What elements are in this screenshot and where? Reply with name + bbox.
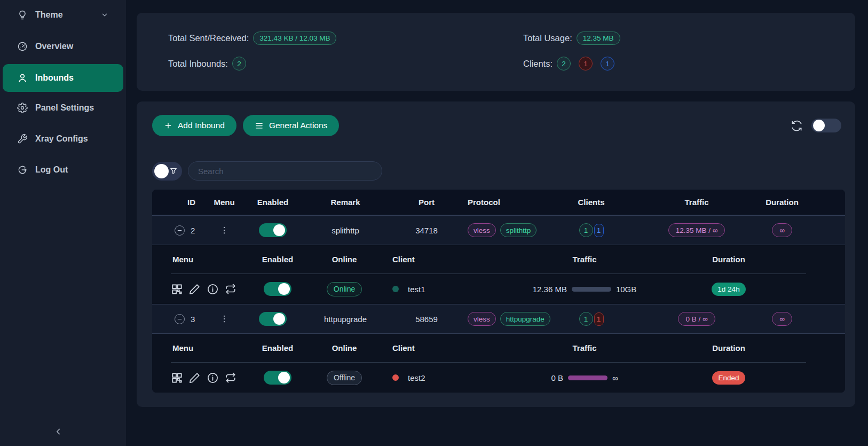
client-status-dot bbox=[392, 286, 399, 292]
qr-code-icon[interactable] bbox=[171, 372, 183, 384]
refresh-icon[interactable] bbox=[791, 120, 803, 132]
client-count-green: 1 bbox=[579, 312, 593, 326]
kebab-menu-icon[interactable] bbox=[219, 225, 229, 235]
inbounds-table: ID Menu Enabled Remark Port Protocol Cli… bbox=[152, 190, 845, 393]
sidebar-collapse-button[interactable] bbox=[53, 427, 63, 436]
column-header-id: ID bbox=[152, 198, 208, 207]
stat-label: Clients: bbox=[523, 59, 553, 69]
traffic-badge: 0 B / ∞ bbox=[678, 312, 715, 326]
hamburger-icon bbox=[255, 121, 264, 130]
reset-icon[interactable] bbox=[225, 372, 236, 384]
client-row: Online test1 12.36 MB 10GB 1d 24h bbox=[152, 274, 845, 304]
client-name: test2 bbox=[408, 373, 425, 382]
client-column-traffic: Traffic bbox=[475, 255, 694, 264]
inbound-remark: splithttp bbox=[305, 226, 385, 235]
client-column-client: Client bbox=[374, 343, 475, 353]
client-enabled-toggle[interactable] bbox=[264, 371, 291, 385]
traffic-total: ∞ bbox=[612, 373, 618, 382]
sidebar-item-label: Panel Settings bbox=[35, 103, 94, 113]
gauge-icon bbox=[17, 41, 28, 52]
transport-badge: splithttp bbox=[500, 223, 537, 237]
inbound-row[interactable]: 2 splithttp 34718 vless splithttp 1 1 12… bbox=[152, 215, 845, 245]
bulb-icon bbox=[17, 10, 28, 20]
edit-icon[interactable] bbox=[189, 372, 201, 384]
duration-badge: ∞ bbox=[772, 312, 792, 326]
sidebar-item-label: Overview bbox=[35, 42, 73, 51]
enabled-toggle[interactable] bbox=[259, 312, 287, 326]
client-column-enabled: Enabled bbox=[240, 255, 315, 264]
chevron-down-icon bbox=[101, 11, 108, 19]
stat-value-badge: 321.43 KB / 12.03 MB bbox=[253, 32, 336, 45]
inbound-port: 34718 bbox=[385, 226, 468, 235]
auto-refresh-toggle[interactable] bbox=[811, 119, 841, 132]
user-icon bbox=[17, 73, 28, 83]
duration-badge: ∞ bbox=[772, 223, 792, 237]
protocol-badge: vless bbox=[468, 223, 496, 237]
clients-count-red: 1 bbox=[579, 57, 593, 71]
column-header-clients: Clients bbox=[539, 198, 643, 207]
sidebar: Theme Overview Inbounds Panel Settings X… bbox=[0, 0, 126, 446]
info-icon[interactable] bbox=[207, 372, 219, 384]
client-duration-badge: 1d 24h bbox=[712, 283, 745, 296]
inbounds-card: Add Inbound General Actions ID Men bbox=[137, 101, 855, 407]
client-column-duration: Duration bbox=[694, 255, 763, 264]
kebab-menu-icon[interactable] bbox=[219, 314, 229, 324]
column-header-port: Port bbox=[385, 198, 468, 207]
stat-total-inbounds: Total Inbounds: 2 bbox=[168, 56, 523, 71]
column-header-duration: Duration bbox=[750, 198, 814, 207]
inbound-row[interactable]: 3 httpupgrade 58659 vless httpupgrade 1 … bbox=[152, 304, 845, 333]
stat-clients: Clients: 2 1 1 bbox=[523, 56, 855, 71]
stats-card: Total Sent/Received: 321.43 KB / 12.03 M… bbox=[137, 13, 855, 91]
client-count-red: 1 bbox=[594, 312, 604, 326]
edit-icon[interactable] bbox=[189, 283, 201, 295]
client-name: test1 bbox=[408, 285, 425, 294]
client-details-section: Menu Enabled Online Client Traffic Durat… bbox=[152, 333, 845, 393]
sidebar-item-log-out[interactable]: Log Out bbox=[3, 159, 123, 181]
funnel-icon bbox=[169, 167, 178, 175]
logout-icon bbox=[17, 165, 28, 175]
client-column-client: Client bbox=[374, 255, 475, 264]
collapse-row-icon[interactable] bbox=[175, 314, 185, 324]
client-column-online: Online bbox=[315, 255, 374, 264]
client-status-dot bbox=[392, 374, 399, 381]
sidebar-item-label: Xray Configs bbox=[35, 134, 88, 144]
toggle-knob bbox=[278, 372, 290, 384]
inbound-remark: httpupgrade bbox=[305, 315, 385, 324]
client-enabled-toggle[interactable] bbox=[264, 282, 291, 296]
sidebar-item-xray-configs[interactable]: Xray Configs bbox=[3, 128, 123, 150]
add-inbound-button[interactable]: Add Inbound bbox=[152, 115, 236, 136]
client-column-enabled: Enabled bbox=[240, 343, 315, 353]
traffic-progress-bar bbox=[572, 287, 611, 292]
sidebar-item-label: Log Out bbox=[35, 165, 68, 175]
column-header-menu: Menu bbox=[208, 198, 240, 207]
add-inbound-label: Add Inbound bbox=[178, 121, 225, 130]
stat-total-sent-received: Total Sent/Received: 321.43 KB / 12.03 M… bbox=[168, 30, 523, 45]
inbound-port: 58659 bbox=[385, 315, 468, 324]
sidebar-item-overview[interactable]: Overview bbox=[3, 36, 123, 57]
client-column-menu: Menu bbox=[152, 255, 240, 264]
enabled-toggle[interactable] bbox=[259, 223, 287, 237]
stat-label: Total Usage: bbox=[523, 33, 572, 43]
sidebar-item-theme[interactable]: Theme bbox=[3, 4, 123, 26]
search-input[interactable] bbox=[188, 161, 382, 181]
general-actions-button[interactable]: General Actions bbox=[243, 115, 339, 136]
table-header-row: ID Menu Enabled Remark Port Protocol Cli… bbox=[152, 190, 845, 215]
qr-code-icon[interactable] bbox=[171, 283, 183, 295]
gear-icon bbox=[17, 103, 28, 113]
search-row bbox=[152, 161, 382, 181]
filter-toggle[interactable] bbox=[152, 162, 182, 181]
client-header-row: Menu Enabled Online Client Traffic Durat… bbox=[152, 245, 845, 273]
general-actions-label: General Actions bbox=[269, 121, 327, 130]
info-icon[interactable] bbox=[207, 283, 219, 295]
reset-icon[interactable] bbox=[225, 283, 236, 295]
client-duration-badge: Ended bbox=[712, 371, 745, 385]
sidebar-item-panel-settings[interactable]: Panel Settings bbox=[3, 97, 123, 119]
sidebar-item-label: Theme bbox=[35, 10, 63, 20]
column-header-remark: Remark bbox=[305, 198, 385, 207]
sidebar-item-inbounds[interactable]: Inbounds bbox=[3, 64, 123, 92]
toggle-knob bbox=[813, 120, 825, 131]
column-header-traffic: Traffic bbox=[643, 198, 750, 207]
collapse-row-icon[interactable] bbox=[175, 225, 185, 236]
column-header-enabled: Enabled bbox=[240, 198, 305, 207]
toggle-knob bbox=[273, 313, 285, 325]
